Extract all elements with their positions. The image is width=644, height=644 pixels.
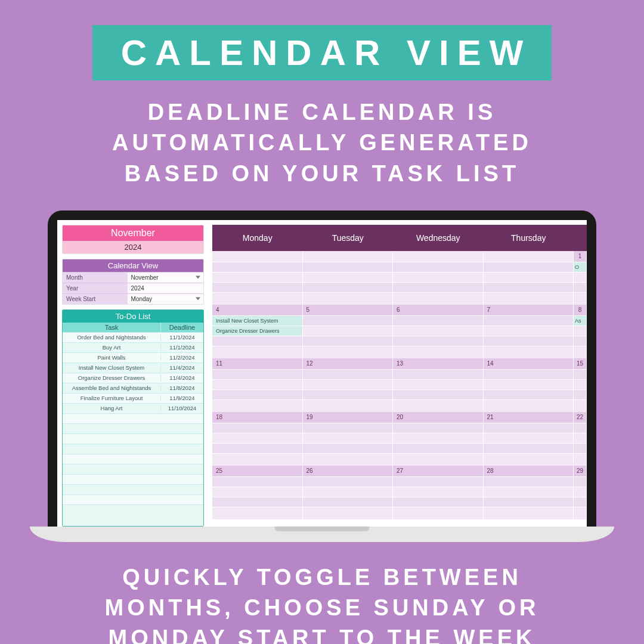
day-slot[interactable] <box>393 433 483 443</box>
day-slot[interactable] <box>212 443 302 453</box>
calendar-day-partial[interactable]: 22 <box>574 412 587 466</box>
day-slot[interactable] <box>303 262 393 272</box>
calendar-day[interactable]: 13 <box>393 358 484 412</box>
day-slot[interactable] <box>574 282 586 292</box>
calendar-day[interactable]: 26 <box>303 466 394 519</box>
day-slot[interactable] <box>393 379 483 389</box>
day-slot[interactable] <box>212 379 302 389</box>
day-slot[interactable] <box>574 497 586 507</box>
calendar-day[interactable]: 14 <box>484 358 574 412</box>
day-slot[interactable] <box>484 389 574 400</box>
todo-row[interactable] <box>63 423 203 434</box>
calendar-day-partial[interactable]: 8As <box>574 305 587 358</box>
day-slot[interactable] <box>574 292 586 302</box>
todo-row[interactable] <box>63 464 203 474</box>
todo-row[interactable] <box>63 494 203 504</box>
todo-row[interactable]: Organize Dresser Drawers11/4/2024 <box>63 373 203 383</box>
day-slot[interactable] <box>393 423 483 433</box>
calendar-day[interactable]: 25 <box>212 466 303 519</box>
calendar-day-partial[interactable]: 29 <box>574 466 587 519</box>
day-slot[interactable] <box>303 423 393 433</box>
day-slot[interactable] <box>303 346 393 356</box>
day-slot[interactable] <box>574 400 586 410</box>
calendar-day[interactable] <box>484 251 574 305</box>
day-slot[interactable] <box>212 487 302 497</box>
day-slot[interactable] <box>574 487 586 497</box>
calendar-day[interactable]: 28 <box>484 466 574 519</box>
day-slot[interactable] <box>303 400 393 410</box>
calendar-task[interactable]: Install New Closet System <box>212 315 302 326</box>
day-slot[interactable] <box>393 282 483 292</box>
day-slot[interactable] <box>484 423 574 433</box>
day-slot[interactable] <box>303 389 393 400</box>
day-slot[interactable] <box>574 433 586 443</box>
day-slot[interactable] <box>393 400 483 410</box>
day-slot[interactable] <box>484 443 574 453</box>
calendar-day[interactable]: 4Install New Closet SystemOrganize Dress… <box>212 305 303 358</box>
day-slot[interactable] <box>303 282 393 292</box>
day-slot[interactable] <box>303 336 393 346</box>
calendar-day-partial[interactable]: 1O <box>574 251 587 305</box>
day-slot[interactable] <box>393 476 483 487</box>
day-slot[interactable] <box>212 433 302 443</box>
day-slot[interactable] <box>484 433 574 443</box>
day-slot[interactable] <box>393 292 483 302</box>
calendar-day[interactable] <box>212 251 303 305</box>
day-slot[interactable] <box>574 423 586 433</box>
day-slot[interactable] <box>212 453 302 463</box>
day-slot[interactable] <box>303 497 393 507</box>
day-slot[interactable] <box>484 379 574 389</box>
calendar-day[interactable]: 19 <box>303 412 394 466</box>
day-slot[interactable] <box>484 282 574 292</box>
day-slot[interactable] <box>484 369 574 379</box>
todo-row[interactable] <box>63 413 203 423</box>
day-slot[interactable] <box>393 443 483 453</box>
day-slot[interactable] <box>303 453 393 463</box>
day-slot[interactable] <box>393 453 483 463</box>
day-slot[interactable] <box>212 400 302 410</box>
day-slot[interactable] <box>303 476 393 487</box>
day-slot[interactable] <box>303 315 393 326</box>
todo-row[interactable] <box>63 484 203 494</box>
day-slot[interactable] <box>393 369 483 379</box>
calendar-day[interactable]: 20 <box>393 412 484 466</box>
day-slot[interactable] <box>574 336 586 346</box>
day-slot[interactable] <box>393 315 483 326</box>
day-slot[interactable] <box>484 292 574 302</box>
calendar-task-partial[interactable]: O <box>574 262 586 272</box>
day-slot[interactable] <box>303 292 393 302</box>
day-slot[interactable] <box>574 443 586 453</box>
day-slot[interactable] <box>212 507 302 517</box>
todo-row[interactable]: Finalize Furniture Layout11/9/2024 <box>63 393 203 403</box>
day-slot[interactable] <box>303 326 393 336</box>
day-slot[interactable] <box>212 346 302 356</box>
day-slot[interactable] <box>574 272 586 282</box>
calendar-day[interactable]: 5 <box>303 305 394 358</box>
day-slot[interactable] <box>484 262 574 272</box>
day-slot[interactable] <box>303 507 393 517</box>
day-slot[interactable] <box>303 433 393 443</box>
day-slot[interactable] <box>212 262 302 272</box>
todo-row[interactable] <box>63 454 203 464</box>
day-slot[interactable] <box>303 487 393 497</box>
year-input[interactable]: 2024 <box>128 283 203 293</box>
weekstart-dropdown[interactable]: Monday <box>128 294 203 304</box>
day-slot[interactable] <box>212 282 302 292</box>
day-slot[interactable] <box>484 476 574 487</box>
month-dropdown[interactable]: November <box>128 273 203 283</box>
day-slot[interactable] <box>303 272 393 282</box>
day-slot[interactable] <box>484 507 574 517</box>
calendar-day[interactable]: 11 <box>212 358 303 412</box>
calendar-day[interactable]: 21 <box>484 412 574 466</box>
day-slot[interactable] <box>484 400 574 410</box>
day-slot[interactable] <box>574 346 586 356</box>
day-slot[interactable] <box>393 487 483 497</box>
todo-row[interactable] <box>63 504 203 515</box>
todo-row[interactable]: Buy Art11/1/2024 <box>63 342 203 352</box>
calendar-task-partial[interactable]: As <box>574 315 586 326</box>
day-slot[interactable] <box>303 443 393 453</box>
todo-row[interactable]: Install New Closet System11/4/2024 <box>63 363 203 373</box>
day-slot[interactable] <box>484 453 574 463</box>
day-slot[interactable] <box>574 476 586 487</box>
calendar-day[interactable] <box>393 251 484 305</box>
